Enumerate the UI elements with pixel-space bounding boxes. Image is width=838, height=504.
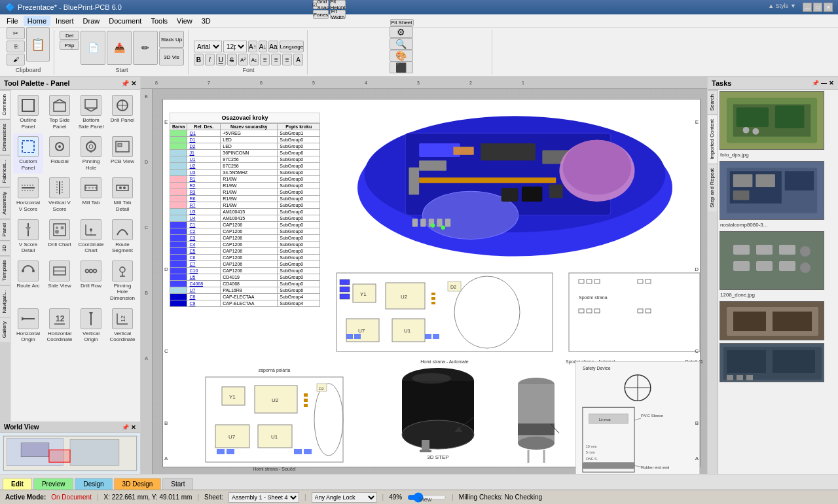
- font-color-btn[interactable]: A: [293, 54, 303, 65]
- task-item-5[interactable]: [720, 343, 837, 382]
- h-coord-tool[interactable]: 12 Horizontal Coordinate: [45, 306, 75, 346]
- mill-tab-detail-tool[interactable]: Mill Tab Detail: [107, 175, 137, 215]
- h-vscore-tool[interactable]: Horizontal V Score: [13, 175, 43, 215]
- minimize-btn[interactable]: —: [803, 3, 812, 12]
- tasks-pin-icon[interactable]: 📌: [812, 80, 819, 86]
- v-coord-tool[interactable]: 12 Vertical Coordinate: [107, 306, 137, 346]
- canvas-area[interactable]: 8 7 6 5 4 3 2 1 E D C B A: [141, 77, 707, 474]
- tab-3d-design[interactable]: 3D Design: [114, 478, 162, 490]
- underline-btn[interactable]: U: [216, 54, 226, 65]
- tab-fabricat[interactable]: Fabricat...: [0, 155, 10, 187]
- fit-height-btn[interactable]: Fit Height: [330, 0, 346, 9]
- world-view-controls[interactable]: 📌 ✕: [122, 424, 136, 431]
- wv-close-icon[interactable]: ✕: [131, 424, 136, 431]
- document-wizard-btn[interactable]: 📄: [81, 31, 105, 65]
- v-vscore-tool[interactable]: Vertical V Score: [45, 175, 75, 215]
- grid-snap-btn[interactable]: ☑ Grid Snap: [313, 0, 329, 9]
- tab-common[interactable]: Common: [0, 90, 10, 119]
- 3d-vis-btn[interactable]: 3D Vis: [159, 48, 184, 65]
- side-view-tool[interactable]: Side View: [45, 258, 75, 304]
- tab-navigati[interactable]: Navigati...: [0, 285, 10, 317]
- bottom-side-panel-tool[interactable]: Bottom Side Panel: [76, 92, 106, 132]
- tasks-controls[interactable]: 📌 — ✕: [812, 80, 834, 86]
- coordinate-chart-tool[interactable]: Coordinate Chart: [76, 217, 106, 257]
- options-btn[interactable]: ⚙: [390, 26, 413, 38]
- tool-palette-controls[interactable]: 📌 ✕: [121, 80, 136, 87]
- task-item-1[interactable]: foto_dps.jpg: [720, 91, 837, 158]
- copy-btn[interactable]: ⎘: [7, 41, 25, 52]
- menu-home[interactable]: Home: [24, 16, 50, 26]
- font-grow-btn[interactable]: A↑: [248, 41, 257, 52]
- format-color-btn[interactable]: 🎨: [390, 50, 413, 62]
- font-name-select[interactable]: Arial: [194, 41, 222, 52]
- sheet-selector[interactable]: Assembly 1 - Sheet 4: [228, 492, 299, 503]
- tasks-tab-step[interactable]: Step and Repeat: [708, 164, 718, 211]
- pinning-hole-dim-tool[interactable]: Pinning Hole Dimension: [107, 258, 137, 304]
- task-item-4[interactable]: [720, 301, 837, 340]
- tab-dimensions[interactable]: Dimensions: [0, 119, 10, 155]
- custom-panel-tool[interactable]: Custom Panel: [13, 134, 43, 173]
- maximize-btn[interactable]: □: [813, 3, 822, 12]
- format-painter-btn[interactable]: 🖌: [7, 54, 25, 65]
- menu-3d[interactable]: 3D: [198, 16, 215, 26]
- menu-draw[interactable]: Draw: [79, 16, 104, 26]
- tasks-close-icon[interactable]: ✕: [829, 80, 834, 86]
- new-drawing-btn[interactable]: ✏: [133, 31, 158, 65]
- menu-view[interactable]: View: [173, 16, 196, 26]
- tab-preview[interactable]: Preview: [33, 478, 74, 490]
- new-from-import-btn[interactable]: 📥: [107, 31, 132, 65]
- task-item-3[interactable]: 1206_done.jpg: [720, 231, 837, 298]
- font-more-btn[interactable]: Aa: [268, 41, 278, 52]
- language-btn[interactable]: Language: [280, 41, 304, 52]
- drill-chart-tool[interactable]: Drill Chart: [45, 217, 75, 257]
- menu-file[interactable]: File: [3, 16, 22, 26]
- delete-btn[interactable]: Del: [60, 31, 79, 40]
- cut-btn[interactable]: ✂: [7, 27, 25, 39]
- drill-panel-tool[interactable]: Drill Panel: [107, 92, 137, 132]
- pinning-hole-tool[interactable]: Pinning Hole: [76, 134, 106, 173]
- arrange-btn[interactable]: ⬛: [390, 62, 413, 73]
- tab-template[interactable]: Template: [0, 255, 10, 285]
- top-side-panel-tool[interactable]: Top Side Panel: [45, 92, 75, 132]
- world-view-minimap[interactable]: [0, 433, 140, 474]
- route-arc-tool[interactable]: Route Arc: [13, 258, 43, 304]
- canvas-main[interactable]: Osazovaci kroky Barva Ref. Des. Nazev so…: [153, 89, 707, 474]
- menu-tools[interactable]: Tools: [147, 16, 172, 26]
- drawing-area[interactable]: Osazovaci kroky Barva Ref. Des. Nazev so…: [162, 99, 701, 467]
- wv-pin-icon[interactable]: 📌: [122, 424, 129, 431]
- font-shrink-btn[interactable]: A↓: [259, 41, 268, 52]
- tab-edit[interactable]: Edit: [3, 478, 32, 490]
- drill-row-tool[interactable]: Drill Row: [76, 258, 106, 304]
- pcb-view-tool[interactable]: PCB View: [107, 134, 137, 173]
- tab-3d[interactable]: 3D: [0, 240, 10, 255]
- strikethrough-btn[interactable]: S̶: [227, 54, 237, 65]
- align-center-btn[interactable]: ≡: [271, 54, 281, 65]
- menu-insert[interactable]: Insert: [52, 16, 78, 26]
- fit-width-btn[interactable]: Fit Width: [330, 10, 346, 19]
- tab-design[interactable]: Design: [75, 478, 112, 490]
- v-origin-tool[interactable]: Vertical Origin: [76, 306, 106, 346]
- tab-gallery[interactable]: Gallery: [0, 317, 10, 342]
- stack-up-btn[interactable]: Stack Up: [159, 31, 184, 48]
- subscript-btn[interactable]: A₂: [249, 54, 259, 65]
- bold-btn[interactable]: B: [194, 54, 204, 65]
- h-origin-tool[interactable]: Horizontal Origin: [13, 306, 43, 346]
- palette-pin-icon[interactable]: 📌: [121, 80, 129, 87]
- route-segment-tool[interactable]: Route Segment: [107, 217, 137, 257]
- tasks-tab-imported[interactable]: Imported Content: [708, 115, 718, 164]
- vscore-detail-tool[interactable]: V Score Detail: [13, 217, 43, 257]
- tasks-tab-search[interactable]: Search: [708, 90, 718, 115]
- superscript-btn[interactable]: A²: [238, 54, 248, 65]
- fit-sheet-btn[interactable]: Fit Sheet: [390, 19, 414, 26]
- outline-panel-tool[interactable]: Outline Panel: [13, 92, 43, 132]
- tasks-min-icon[interactable]: —: [821, 80, 827, 86]
- palette-close-icon[interactable]: ✕: [131, 80, 136, 87]
- world-view-content[interactable]: [0, 433, 140, 474]
- tab-assembly[interactable]: Assembly: [0, 187, 10, 219]
- mill-tab-tool[interactable]: Mill Tab: [76, 175, 106, 215]
- panes-btn[interactable]: Panes: [313, 10, 329, 19]
- close-btn[interactable]: ✕: [824, 3, 833, 12]
- tab-start[interactable]: Start: [162, 478, 193, 490]
- paste-special-btn[interactable]: PSp: [60, 41, 79, 50]
- font-size-select[interactable]: 12pt: [223, 41, 247, 52]
